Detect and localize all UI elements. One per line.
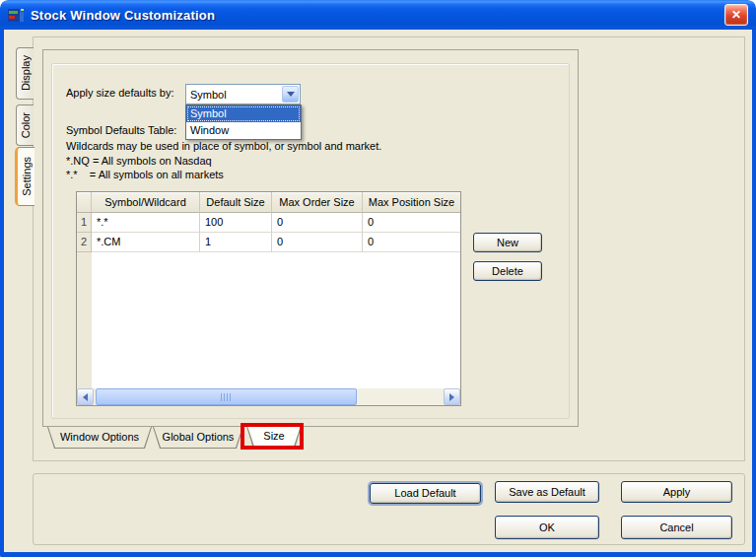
- arrow-right-icon: [449, 393, 454, 401]
- apply-defaults-combobox[interactable]: Symbol: [185, 84, 301, 104]
- app-icon: [8, 8, 25, 23]
- corner-header-cell: [77, 192, 92, 213]
- scrollbar-grip-icon: [221, 393, 232, 401]
- new-button[interactable]: New: [473, 233, 542, 252]
- tab-display[interactable]: Display: [16, 47, 34, 100]
- row-number: 1: [77, 213, 92, 233]
- combobox-value: Symbol: [186, 89, 281, 101]
- tab-global-options-label: Global Options: [154, 427, 242, 448]
- combobox-dropdown-list: Symbol Window: [185, 104, 302, 140]
- tab-settings[interactable]: Settings: [15, 147, 34, 206]
- combobox-dropdown-button[interactable]: [282, 86, 299, 103]
- column-header[interactable]: Symbol/Wildcard: [92, 192, 200, 213]
- dialog-window: Stock Window Customization ✕ Display Col…: [0, 0, 756, 557]
- cell-max-position[interactable]: 0: [363, 213, 460, 233]
- tab-window-options-label: Window Options: [48, 427, 151, 448]
- table-row[interactable]: 1 *.* 100 0 0: [77, 213, 460, 233]
- cell-default-size[interactable]: 1: [200, 233, 272, 252]
- tab-size[interactable]: Size: [246, 426, 302, 449]
- table-row[interactable]: 2 *.CM 1 0 0: [77, 233, 460, 252]
- cell-default-size[interactable]: 100: [200, 213, 272, 233]
- save-as-default-button[interactable]: Save as Default: [495, 481, 599, 503]
- delete-button[interactable]: Delete: [473, 261, 542, 281]
- scrollbar-thumb[interactable]: [96, 388, 357, 405]
- close-button[interactable]: ✕: [724, 4, 748, 26]
- cancel-button[interactable]: Cancel: [621, 516, 732, 539]
- all-markets-hint: *.* = All symbols on all markets: [66, 169, 224, 180]
- tab-settings-label: Settings: [21, 157, 33, 196]
- scroll-left-button[interactable]: [77, 388, 94, 405]
- dialog-body: Display Color Settings Apply size defaul…: [0, 30, 756, 557]
- tab-display-label: Display: [20, 55, 32, 91]
- scrollbar-track[interactable]: [94, 388, 444, 405]
- section-label: Symbol Defaults Table:: [66, 124, 176, 136]
- tab-window-options[interactable]: Window Options: [47, 427, 152, 449]
- tab-size-label: Size: [247, 426, 301, 447]
- column-header[interactable]: Default Size: [200, 192, 272, 213]
- horizontal-scrollbar[interactable]: [77, 388, 460, 405]
- tab-color[interactable]: Color: [16, 104, 34, 146]
- column-header[interactable]: Max Order Size: [272, 192, 363, 213]
- load-default-button[interactable]: Load Default: [370, 483, 481, 504]
- table-header-row: Symbol/Wildcard Default Size Max Order S…: [77, 192, 460, 213]
- dropdown-option-symbol[interactable]: Symbol: [186, 105, 301, 122]
- tab-color-label: Color: [20, 112, 32, 138]
- cell-symbol[interactable]: *.CM: [92, 233, 200, 252]
- row-header-filler: [77, 252, 92, 388]
- chevron-down-icon: [287, 92, 295, 97]
- wildcard-hint: Wildcards may be used in place of symbol…: [66, 140, 381, 152]
- apply-button[interactable]: Apply: [621, 481, 732, 503]
- apply-defaults-label: Apply size defaults by:: [66, 87, 173, 99]
- cell-symbol[interactable]: *.*: [92, 213, 200, 233]
- arrow-left-icon: [83, 393, 88, 401]
- column-header[interactable]: Max Position Size: [363, 192, 460, 213]
- window-title: Stock Window Customization: [31, 8, 724, 23]
- scroll-right-button[interactable]: [444, 388, 460, 405]
- dropdown-option-window[interactable]: Window: [186, 122, 301, 139]
- row-number: 2: [77, 233, 92, 252]
- cell-max-order[interactable]: 0: [272, 233, 363, 252]
- cell-max-order[interactable]: 0: [272, 213, 363, 233]
- cell-max-position[interactable]: 0: [363, 233, 460, 252]
- title-bar[interactable]: Stock Window Customization ✕: [0, 0, 756, 30]
- tab-global-options[interactable]: Global Options: [153, 427, 243, 449]
- nasdaq-hint: *.NQ = All symbols on Nasdaq: [66, 155, 212, 167]
- ok-button[interactable]: OK: [495, 516, 599, 539]
- symbol-defaults-table: Symbol/Wildcard Default Size Max Order S…: [76, 191, 461, 406]
